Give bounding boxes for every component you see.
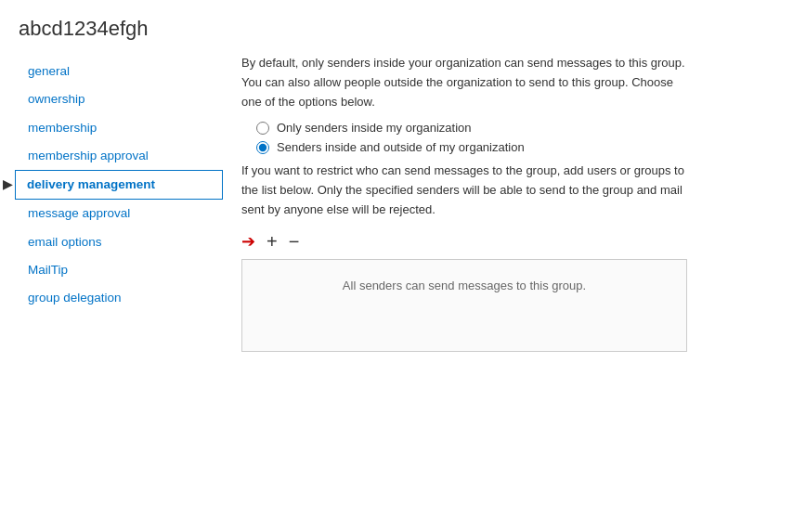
arrow-indicator: ➔ <box>241 231 255 252</box>
active-arrow-icon: ▶ <box>3 175 12 194</box>
sidebar-item-label: membership <box>28 119 97 137</box>
senders-list-box: All senders can send messages to this gr… <box>241 259 687 352</box>
radio-inside-outside-label: Senders inside and outside of my organiz… <box>277 140 525 154</box>
page-title: abcd1234efgh <box>0 0 806 54</box>
sidebar-item-message-approval[interactable]: ▶message approval <box>15 200 223 227</box>
sidebar-item-delivery-management[interactable]: ▶delivery management <box>15 170 223 200</box>
sidebar-item-label: delivery management <box>27 175 155 194</box>
sidebar-item-label: email options <box>28 233 102 252</box>
sidebar-item-general[interactable]: ▶general <box>15 58 223 85</box>
content-area: By default, only senders inside your org… <box>223 54 806 370</box>
sidebar-item-membership-approval[interactable]: ▶membership approval <box>15 142 223 170</box>
restrict-text: If you want to restrict who can send mes… <box>241 162 687 219</box>
sidebar-item-label: message approval <box>28 204 130 223</box>
add-sender-button[interactable]: + <box>263 232 281 251</box>
sidebar-item-mailtip[interactable]: ▶MailTip <box>15 256 223 284</box>
sidebar-item-label: MailTip <box>28 261 68 279</box>
remove-sender-button[interactable]: − <box>285 232 304 251</box>
senders-placeholder-text: All senders can send messages to this gr… <box>261 279 668 292</box>
sidebar-item-ownership[interactable]: ▶ownership <box>15 85 223 113</box>
sidebar-item-group-delegation[interactable]: ▶group delegation <box>15 284 223 312</box>
sidebar-item-email-options[interactable]: ▶email options <box>15 228 223 256</box>
radio-inside-outside[interactable] <box>256 141 269 154</box>
radio-only-inside-label: Only senders inside my organization <box>277 121 472 135</box>
sidebar-item-label: group delegation <box>28 289 122 307</box>
radio-only-inside[interactable] <box>256 122 269 135</box>
sidebar-item-label: ownership <box>28 90 85 109</box>
sidebar-item-label: membership approval <box>28 147 149 165</box>
sidebar-item-membership[interactable]: ▶membership <box>15 114 223 142</box>
description-text: By default, only senders inside your org… <box>241 54 687 111</box>
sidebar-item-label: general <box>28 62 70 81</box>
sidebar: ▶general▶ownership▶membership▶membership… <box>0 54 223 370</box>
